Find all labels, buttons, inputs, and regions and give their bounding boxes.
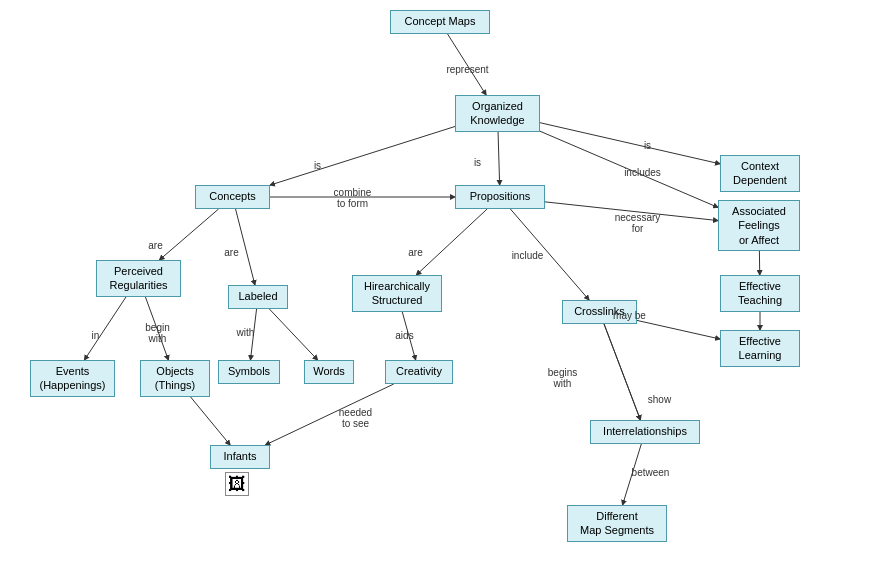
edge-label: between	[623, 467, 678, 478]
infants-icon: 🖼	[225, 472, 249, 496]
edge-label: in	[68, 330, 123, 341]
edge-label: neededto see	[328, 407, 383, 429]
svg-line-14	[269, 309, 317, 360]
interrelationships: Interrelationships	[590, 420, 700, 444]
concepts: Concepts	[195, 185, 270, 209]
hierarchically-structured: HirearchicallyStructured	[352, 275, 442, 312]
edge-label: are	[128, 240, 183, 251]
svg-line-11	[84, 296, 126, 360]
propositions: Propositions	[455, 185, 545, 209]
svg-line-2	[270, 126, 455, 185]
organized-knowledge: OrganizedKnowledge	[455, 95, 540, 132]
concept-maps: Concept Maps	[390, 10, 490, 34]
edge-label: represent	[440, 64, 495, 75]
edge-label: may be	[602, 310, 657, 321]
concept-map-canvas: Concept MapsOrganizedKnowledgeContextDep…	[0, 0, 888, 576]
symbols: Symbols	[218, 360, 280, 384]
edge-label: aids	[377, 330, 432, 341]
words: Words	[304, 360, 354, 384]
edge-label: include	[500, 250, 555, 261]
edge-label: with	[218, 327, 273, 338]
effective-teaching: EffectiveTeaching	[720, 275, 800, 312]
svg-line-17	[604, 324, 640, 420]
edge-label: is	[290, 160, 345, 171]
infants: Infants	[210, 445, 270, 469]
edge-label: necessaryfor	[610, 212, 665, 234]
edge-label: beginswith	[535, 367, 590, 389]
edge-label: are	[388, 247, 443, 258]
effective-learning: EffectiveLearning	[720, 330, 800, 367]
edge-label: combineto form	[325, 187, 380, 209]
events: Events(Happenings)	[30, 360, 115, 397]
edge-label: are	[204, 247, 259, 258]
svg-line-23	[637, 320, 720, 339]
objects: Objects(Things)	[140, 360, 210, 397]
edge-label: beginwith	[130, 322, 185, 344]
svg-line-8	[416, 209, 487, 275]
edge-label: show	[632, 394, 687, 405]
edge-label: is	[450, 157, 505, 168]
svg-line-20	[190, 396, 230, 445]
associated-feelings: AssociatedFeelingsor Affect	[718, 200, 800, 251]
creativity: Creativity	[385, 360, 453, 384]
different-map-segments: DifferentMap Segments	[567, 505, 667, 542]
perceived-regularities: PerceivedRegularities	[96, 260, 181, 297]
edge-label: is	[620, 140, 675, 151]
context-dependent: ContextDependent	[720, 155, 800, 192]
labeled: Labeled	[228, 285, 288, 309]
svg-line-16	[604, 324, 640, 420]
edge-label: includes	[615, 167, 670, 178]
